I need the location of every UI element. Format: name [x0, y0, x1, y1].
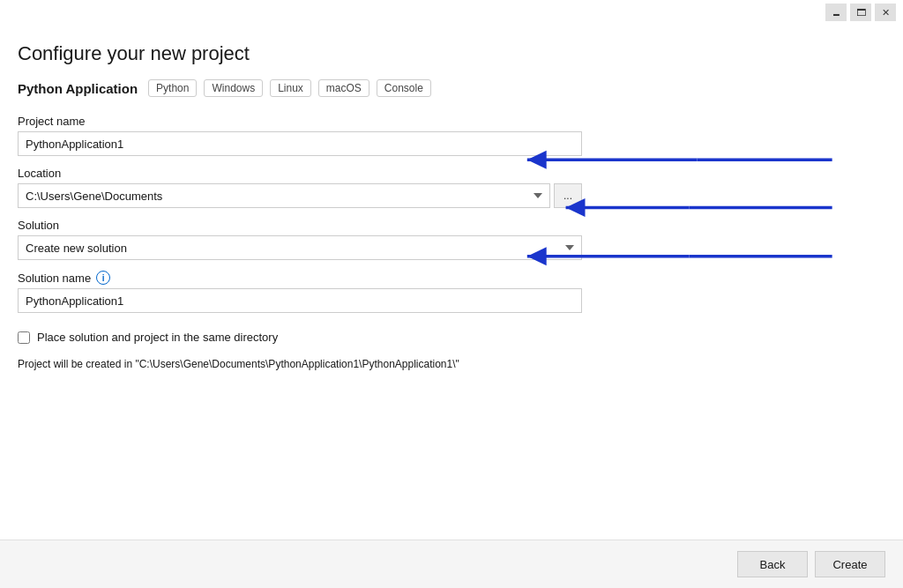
close-button[interactable]: ✕ — [875, 4, 896, 21]
same-directory-label[interactable]: Place solution and project in the same d… — [37, 331, 278, 344]
tag-windows: Windows — [204, 79, 263, 97]
bottom-bar: Back Create — [0, 540, 903, 588]
create-button[interactable]: Create — [815, 551, 885, 577]
window: 🗕 🗖 ✕ Configure your new project Python … — [0, 0, 903, 588]
solution-group: Solution Create new solution Add to solu… — [18, 219, 582, 260]
back-button[interactable]: Back — [737, 551, 808, 577]
checkbox-row: Place solution and project in the same d… — [18, 331, 582, 344]
arrow-2 — [566, 198, 832, 217]
tag-python: Python — [148, 79, 197, 97]
maximize-button[interactable]: 🗖 — [850, 4, 871, 21]
same-directory-checkbox[interactable] — [18, 331, 30, 344]
solution-name-group: Solution name i — [18, 271, 582, 313]
tag-macos: macOS — [318, 79, 369, 97]
project-type-row: Python Application Python Windows Linux … — [18, 79, 885, 97]
main-content: Configure your new project Python Applic… — [0, 25, 903, 540]
location-label: Location — [18, 167, 582, 180]
location-group: Location C:\Users\Gene\Documents ... — [18, 167, 582, 208]
solution-name-input[interactable] — [18, 288, 582, 313]
project-path-info: Project will be created in "C:\Users\Gen… — [18, 358, 582, 370]
tag-linux: Linux — [270, 79, 311, 97]
browse-button[interactable]: ... — [554, 183, 582, 208]
solution-name-info-icon[interactable]: i — [96, 271, 110, 285]
project-name-label: Project name — [18, 115, 582, 128]
solution-name-label: Solution name i — [18, 271, 582, 285]
form-section: Project name Location C:\Users\Gene\Docu… — [18, 115, 582, 370]
location-row: C:\Users\Gene\Documents ... — [18, 183, 582, 208]
project-name-group: Project name — [18, 115, 582, 156]
tag-console: Console — [377, 79, 431, 97]
title-bar-controls: 🗕 🗖 ✕ — [825, 4, 896, 21]
location-dropdown[interactable]: C:\Users\Gene\Documents — [18, 183, 550, 208]
project-type-name: Python Application — [18, 81, 138, 96]
minimize-button[interactable]: 🗕 — [825, 4, 847, 21]
project-name-input[interactable] — [18, 131, 582, 156]
page-title: Configure your new project — [18, 42, 885, 65]
solution-label: Solution — [18, 219, 582, 232]
title-bar: 🗕 🗖 ✕ — [0, 0, 903, 25]
solution-dropdown[interactable]: Create new solution Add to solution Crea… — [18, 235, 582, 260]
